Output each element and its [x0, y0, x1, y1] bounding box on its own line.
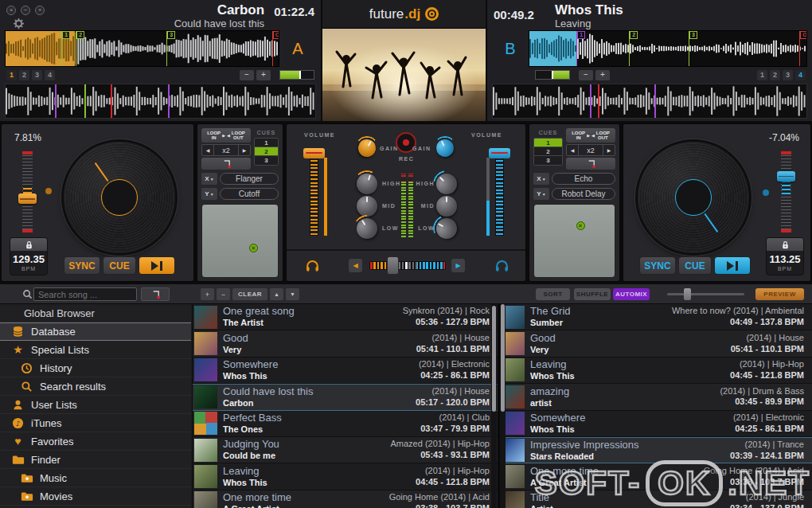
fx-cue-1[interactable]: 1	[534, 139, 562, 147]
cue-marker[interactable]: 1	[576, 31, 577, 66]
loop-out-button[interactable]: LOOP OUT	[596, 131, 610, 140]
cue-marker[interactable]: 1	[61, 31, 62, 66]
crossfader-handle[interactable]	[387, 256, 399, 275]
deck-a-fx-pad-dot[interactable]: ✕	[249, 244, 258, 252]
deck-b-zoom-in-button[interactable]: +	[595, 70, 610, 80]
deck-b-zoomed-waveform[interactable]	[492, 84, 807, 119]
deck-b-loop-in-out[interactable]: LOOP IN ▶ ◀ LOOP OUT	[566, 128, 615, 143]
track-row[interactable]: LeavingWhos This(2014) | Hip-Hop04:45 - …	[500, 358, 812, 384]
deck-a-volume-handle[interactable]	[303, 148, 325, 158]
deck-b-pitch-slider[interactable]	[781, 151, 791, 233]
hotcue-button-4[interactable]: 4	[795, 70, 806, 80]
deck-a-play-button[interactable]	[139, 256, 175, 275]
track-row[interactable]: One more timeA Great ArtistGoing Home (2…	[193, 490, 498, 508]
hotcue-button-3[interactable]: 3	[783, 70, 793, 80]
deck-a-pitch-slider[interactable]	[22, 151, 33, 233]
deck-b-eq-mid-knob[interactable]	[436, 196, 457, 217]
track-row[interactable]: Could have lost thisCarbon(2014) | House…	[193, 384, 498, 410]
hotcue-button-1[interactable]: 1	[6, 70, 17, 80]
sidebar-item-user-lists[interactable]: User Lists	[0, 396, 191, 414]
deck-a-eq-mid-knob[interactable]	[357, 196, 377, 217]
fx-cue-3[interactable]: 3	[255, 156, 278, 165]
deck-b-jog-wheel[interactable]	[638, 142, 749, 253]
fx-cue-3[interactable]: 3	[534, 156, 562, 165]
deck-a-cue-button[interactable]: CUE	[103, 256, 136, 275]
automix-button[interactable]: AUTOMIX	[613, 288, 650, 300]
deck-a-fx-x-selector[interactable]: X▼	[201, 173, 217, 185]
deck-a-overview-waveform[interactable]: 123Out	[5, 30, 279, 67]
track-row[interactable]: amazingartist(2014) | Drum & Bass03:45 -…	[500, 384, 812, 410]
track-row[interactable]: SomewhereWhos This(2014) | Electronic04:…	[500, 411, 812, 437]
track-row[interactable]: GoodVery(2014) | House05:41 - 110.1 BPM	[500, 330, 812, 357]
deck-b-pitch-handle[interactable]	[777, 171, 795, 182]
sort-button[interactable]: SORT	[536, 288, 570, 300]
minimize-button[interactable]: −	[21, 6, 30, 15]
deck-b-loop-halve-button[interactable]: ◀	[567, 145, 578, 155]
track-row[interactable]: Perfect BassThe Ones(2014) | Club03:47 -…	[193, 411, 498, 437]
loop-in-button[interactable]: LOOP IN	[207, 131, 221, 140]
playlist-move-down-button[interactable]: ▼	[286, 288, 299, 300]
sidebar-item-music[interactable]: Music	[0, 469, 191, 487]
sidebar-item-search-results[interactable]: Search results	[0, 377, 191, 396]
cue-marker[interactable]: 3	[689, 31, 689, 66]
deck-b-fx-y-selector[interactable]: Y▼	[533, 188, 549, 200]
shuffle-button[interactable]: SHUFFLE	[574, 288, 611, 300]
cue-marker[interactable]: Out	[799, 31, 800, 66]
search-input[interactable]	[33, 287, 137, 301]
sidebar-item-database[interactable]: Database	[0, 322, 191, 341]
playlist-left-scrollbar[interactable]	[491, 304, 497, 508]
track-row[interactable]: One great songThe ArtistSynkron (2014) |…	[193, 304, 498, 330]
close-button[interactable]: ×	[6, 6, 16, 15]
deck-b-pitch-reset-dot[interactable]	[763, 190, 769, 196]
playlist-add-button[interactable]: +	[201, 288, 214, 300]
deck-a-fx-xy-pad[interactable]: ✕	[201, 204, 279, 278]
fx-cue-2[interactable]: 2	[534, 147, 562, 156]
deck-a-bpm-lock-button[interactable]	[10, 238, 47, 251]
playlist-clear-button[interactable]: CLEAR	[232, 288, 267, 300]
deck-a-zoom-out-button[interactable]: −	[240, 70, 254, 80]
hotcue-button-1[interactable]: 1	[757, 70, 767, 80]
crossfader[interactable]	[369, 261, 446, 270]
nudge-right-button[interactable]: ▶	[451, 259, 465, 272]
deck-a-loop-double-button[interactable]: ▶	[239, 145, 250, 155]
cue-marker[interactable]: 2	[76, 31, 76, 66]
track-row[interactable]: GoodVery(2014) | House05:41 - 110.1 BPM	[193, 330, 498, 357]
headphone-cue-b-icon[interactable]	[494, 258, 509, 276]
zoom-button[interactable]: +	[35, 6, 45, 15]
hotcue-button-2[interactable]: 2	[770, 70, 780, 80]
deck-b-play-button[interactable]	[714, 256, 751, 275]
deck-b-loop-double-button[interactable]: ▶	[603, 145, 615, 155]
deck-b-overview-waveform[interactable]: 123Out	[529, 30, 807, 67]
deck-a-jog-wheel[interactable]	[64, 142, 175, 253]
sidebar-item-history[interactable]: History	[0, 359, 191, 377]
sidebar-item-itunes[interactable]: ♪iTunes	[0, 414, 191, 432]
fx-cue-1[interactable]: 1	[255, 139, 278, 147]
deck-b-sync-button[interactable]: SYNC	[639, 256, 676, 275]
deck-b-fx-x-selector[interactable]: X▼	[533, 173, 549, 185]
search-record-button[interactable]	[141, 287, 170, 301]
playlist-move-up-button[interactable]: ▲	[270, 288, 283, 300]
track-row[interactable]: Judging YouCould be meAmazed (2014) | Hi…	[193, 437, 498, 463]
sidebar-item-finder[interactable]: Finder	[0, 451, 191, 469]
sidebar-item-favorites[interactable]: ♥Favorites	[0, 432, 191, 451]
deck-a-zoomed-waveform[interactable]	[5, 84, 316, 119]
playlist-right-scrollbar[interactable]	[500, 304, 506, 508]
deck-a-volume-fader[interactable]	[310, 158, 318, 236]
sidebar-item-global-browser[interactable]: Global Browser	[0, 304, 191, 322]
cue-marker[interactable]: Out	[272, 31, 273, 66]
hotcue-button-4[interactable]: 4	[45, 70, 55, 80]
preview-button[interactable]: PREVIEW	[755, 288, 804, 300]
loop-out-button[interactable]: LOOP OUT	[232, 131, 245, 140]
deck-a-zoom-in-button[interactable]: +	[256, 70, 271, 80]
sidebar-item-movies[interactable]: Movies	[0, 487, 191, 506]
deck-a-loop-halve-button[interactable]: ◀	[202, 145, 213, 155]
sidebar-item-special-lists[interactable]: ★Special Lists	[0, 341, 191, 359]
cue-marker[interactable]: 3	[166, 31, 167, 66]
cue-marker[interactable]: 2	[629, 31, 630, 66]
deck-a-sync-button[interactable]: SYNC	[64, 256, 100, 275]
hotcue-button-3[interactable]: 3	[32, 70, 42, 80]
deck-b-bpm-lock-button[interactable]	[767, 238, 803, 251]
deck-b-fx-x-value[interactable]: Echo	[552, 173, 615, 185]
playlist-remove-button[interactable]: −	[217, 288, 230, 300]
deck-a-loop-record-button[interactable]	[201, 158, 251, 170]
